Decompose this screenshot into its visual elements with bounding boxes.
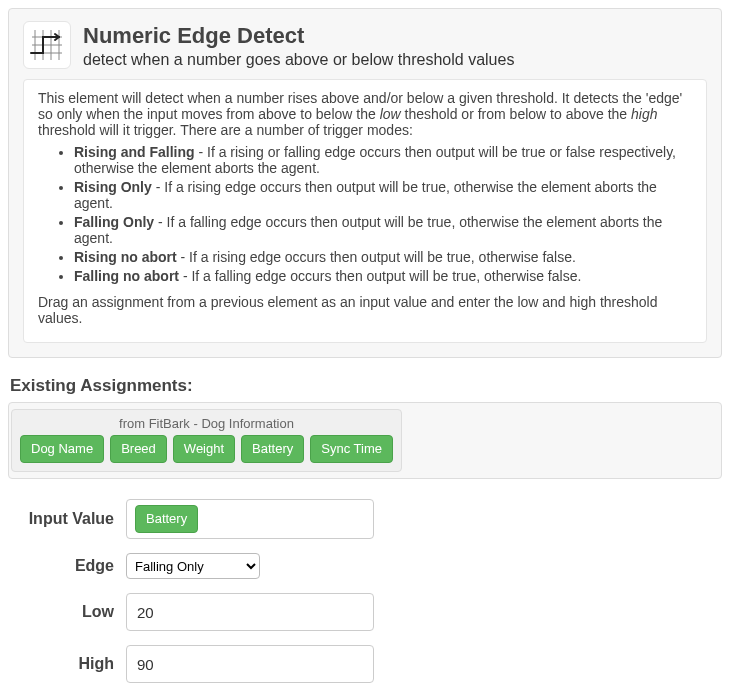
assignments-section: Existing Assignments: from FitBark - Dog… bbox=[8, 376, 722, 479]
assignment-tag[interactable]: Battery bbox=[241, 435, 304, 463]
assignment-tag[interactable]: Dog Name bbox=[20, 435, 104, 463]
description-footer: Drag an assignment from a previous eleme… bbox=[38, 294, 692, 326]
mode-item: Rising and Falling - If a rising or fall… bbox=[74, 144, 692, 176]
mode-item: Rising no abort - If a rising edge occur… bbox=[74, 249, 692, 265]
assignments-source: from FitBark - Dog Information bbox=[20, 416, 393, 431]
element-subtitle: detect when a number goes above or below… bbox=[83, 51, 514, 69]
element-description: This element will detect when a number r… bbox=[23, 79, 707, 343]
input-value-tag[interactable]: Battery bbox=[135, 505, 198, 533]
input-value-dropzone[interactable]: Battery bbox=[126, 499, 374, 539]
mode-item: Falling Only - If a falling edge occurs … bbox=[74, 214, 692, 246]
element-icon bbox=[23, 21, 71, 69]
edge-detect-icon bbox=[29, 27, 65, 63]
mode-item: Rising Only - If a rising edge occurs th… bbox=[74, 179, 692, 211]
description-intro: This element will detect when a number r… bbox=[38, 90, 692, 138]
high-label: High bbox=[8, 655, 126, 673]
config-form: Input Value Battery Edge Rising and Fall… bbox=[8, 499, 722, 690]
low-label: Low bbox=[8, 603, 126, 621]
element-title: Numeric Edge Detect bbox=[83, 23, 514, 49]
low-input[interactable] bbox=[126, 593, 374, 631]
edge-select[interactable]: Rising and FallingRising OnlyFalling Onl… bbox=[126, 553, 260, 579]
input-value-label: Input Value bbox=[8, 510, 126, 528]
element-header-panel: Numeric Edge Detect detect when a number… bbox=[8, 8, 722, 358]
assignments-title: Existing Assignments: bbox=[10, 376, 722, 396]
assignments-tags: Dog NameBreedWeightBatterySync Time bbox=[20, 435, 393, 463]
assignment-tag[interactable]: Breed bbox=[110, 435, 167, 463]
modes-list: Rising and Falling - If a rising or fall… bbox=[38, 144, 692, 284]
assignment-tag[interactable]: Weight bbox=[173, 435, 235, 463]
high-input[interactable] bbox=[126, 645, 374, 683]
mode-item: Falling no abort - If a falling edge occ… bbox=[74, 268, 692, 284]
assignment-tag[interactable]: Sync Time bbox=[310, 435, 393, 463]
edge-label: Edge bbox=[8, 557, 126, 575]
